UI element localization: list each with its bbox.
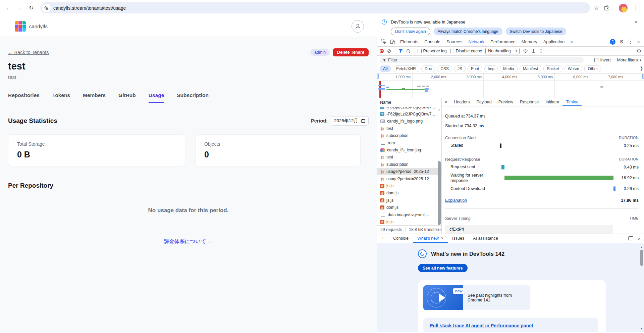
tab-tokens[interactable]: Tokens	[52, 92, 70, 103]
close-tab-icon[interactable]: ×	[441, 236, 443, 241]
chrome-menu-icon[interactable]: ⋮	[632, 4, 638, 11]
filter-input[interactable]: Filter	[380, 57, 584, 63]
brand-name[interactable]: candylfs	[29, 23, 48, 29]
chip-overflow-icon[interactable]: ❭	[640, 66, 643, 71]
request-row[interactable]: candy_lfs_icon.jpg	[377, 146, 441, 153]
request-row[interactable]: data:image/svg+xml;...	[377, 211, 441, 218]
bookmark-star-icon[interactable]: ☆	[594, 4, 599, 11]
device-toolbar-icon[interactable]	[388, 39, 397, 44]
user-menu-button[interactable]	[352, 20, 364, 33]
drawer-tab-aiassistance[interactable]: AI assistance	[469, 234, 502, 243]
type-chip-js[interactable]: JS	[454, 65, 466, 72]
back-icon[interactable]: ←	[3, 3, 13, 13]
clear-icon[interactable]: ⊘	[387, 48, 391, 54]
request-row[interactable]: (:)subscription	[377, 161, 441, 168]
detail-tab-response[interactable]: Response	[517, 98, 542, 106]
request-row[interactable]: ()dom.js	[377, 190, 441, 197]
request-row[interactable]: (:)usage?period=2025-12	[377, 168, 441, 175]
drawer-menu-icon[interactable]: ⋮	[377, 236, 389, 241]
network-overview-timeline[interactable]: 1,000 ms2,000 ms3,000 ms4,000 ms5,000 ms…	[377, 74, 644, 98]
scroll-down-icon[interactable]: ▼	[640, 327, 643, 330]
highlights-video[interactable]: new See past highlights from Chrome 141	[423, 285, 530, 310]
inspect-icon[interactable]	[379, 39, 388, 44]
request-row[interactable]: T-F62fjtqLzl2JPCgQBnw7...	[377, 110, 441, 117]
tab-members[interactable]: Members	[83, 92, 106, 103]
type-chip-other[interactable]: Other	[584, 65, 601, 72]
type-chip-wasm[interactable]: Wasm	[565, 65, 583, 72]
drawer-tab-console[interactable]: Console	[389, 234, 413, 243]
overview-left-handle[interactable]	[377, 74, 379, 79]
devtools-tab-console[interactable]: Console	[421, 37, 443, 46]
type-chip-doc[interactable]: Doc	[421, 65, 435, 72]
devtools-tab-application[interactable]: Application	[540, 37, 568, 46]
request-row[interactable]: ()dom.js	[377, 204, 441, 211]
drawer-scrollbar[interactable]: ▲ ▼	[640, 244, 644, 332]
scrollbar-thumb[interactable]	[640, 250, 643, 266]
explanation-link[interactable]: Explanation	[445, 198, 467, 203]
candylfs-logo-icon[interactable]	[15, 21, 26, 32]
address-bar[interactable]: candylfs.stream/tenants/test/usage	[40, 2, 590, 13]
request-row[interactable]: candy_lfs_logo.png	[377, 118, 441, 125]
drawer-tab-whatsnew[interactable]: What's new×	[413, 234, 448, 243]
type-chip-fetchxhr[interactable]: Fetch/XHR	[393, 65, 419, 72]
feature-link[interactable]: Full stack trace AI agent in Performance…	[430, 323, 533, 328]
detail-tab-timing[interactable]: Timing	[562, 98, 582, 106]
invert-checkbox[interactable]: Invert	[594, 58, 610, 62]
drawer-tab-issues[interactable]: Issues	[448, 234, 469, 243]
notification-button[interactable]: Switch DevTools to Japanese	[506, 28, 567, 35]
type-chip-css[interactable]: CSS	[437, 65, 452, 72]
network-conditions-icon[interactable]	[523, 49, 528, 53]
back-to-tenants-link[interactable]: ← Back to Tenants	[8, 50, 49, 55]
type-chip-all[interactable]: All	[380, 65, 391, 72]
calendar-icon[interactable]	[361, 119, 365, 123]
request-list-scrollbar[interactable]: ▲ ▼	[437, 107, 441, 225]
notification-button[interactable]: Don't show again	[391, 28, 430, 35]
type-chip-img[interactable]: Img	[484, 65, 498, 72]
highlights-text[interactable]: See past highlights from Chrome 141	[463, 285, 530, 310]
type-chip-manifest[interactable]: Manifest	[520, 65, 541, 72]
scroll-up-icon[interactable]: ▲	[640, 246, 643, 249]
throttling-select[interactable]: No throttling ▾	[485, 48, 520, 54]
request-row[interactable]: ()js.js	[377, 218, 441, 225]
devtools-tab-network[interactable]: Network	[466, 37, 488, 46]
profile-avatar[interactable]	[619, 4, 628, 12]
request-row[interactable]: (:)usage?period=2025-12	[377, 175, 441, 182]
play-icon[interactable]	[439, 293, 445, 302]
settings-gear-icon[interactable]: ⚙	[620, 39, 624, 45]
delete-tenant-button[interactable]: Delete Tenant	[333, 48, 369, 56]
more-tabs-icon[interactable]: »	[568, 39, 576, 44]
devtools-tab-sources[interactable]: Sources	[443, 37, 466, 46]
detail-tab-headers[interactable]: Headers	[450, 98, 473, 106]
search-icon[interactable]	[406, 49, 411, 53]
export-har-icon[interactable]: ↧	[539, 48, 543, 54]
request-row[interactable]: ()js.js	[377, 197, 441, 204]
period-date-input[interactable]: 2025年12月	[331, 116, 369, 126]
scroll-up-icon[interactable]: ▲	[438, 108, 440, 111]
request-row[interactable]: ()js.js	[377, 182, 441, 189]
notification-close-icon[interactable]: ×	[632, 19, 639, 25]
see-all-features-button[interactable]: See all new features	[418, 264, 468, 272]
type-chip-socket[interactable]: Socket	[543, 65, 562, 72]
record-icon[interactable]	[380, 49, 384, 53]
tab-subscription[interactable]: Subscription	[177, 92, 209, 103]
overview-right-handle[interactable]	[642, 74, 644, 79]
tab-usage[interactable]: Usage	[149, 92, 164, 103]
drawer-close-icon[interactable]: ×	[638, 236, 641, 241]
request-row[interactable]: rum	[377, 139, 441, 146]
request-row[interactable]: (:)subscription	[377, 132, 441, 139]
notification-button[interactable]: Always match Chrome's language	[434, 28, 502, 35]
network-settings-icon[interactable]: ⚙	[637, 48, 641, 54]
name-column-header[interactable]: Name	[377, 98, 441, 107]
url-text[interactable]: candylfs.stream/tenants/test/usage	[53, 5, 126, 11]
request-row[interactable]: T-F62fjtqLzl2JPCgQBnw7...	[377, 107, 441, 110]
detail-tab-payload[interactable]: Payload	[473, 98, 495, 106]
scrollbar-thumb[interactable]	[438, 161, 441, 225]
request-row[interactable]: (:)test	[377, 125, 441, 132]
forward-icon[interactable]: →	[15, 3, 25, 13]
preserve-log-checkbox[interactable]: Preserve log	[418, 49, 447, 53]
disable-cache-checkbox[interactable]: Disable cache	[450, 49, 482, 53]
devtools-tab-memory[interactable]: Memory	[519, 37, 540, 46]
reload-icon[interactable]: ↻	[26, 3, 36, 13]
type-chip-media[interactable]: Media	[500, 65, 518, 72]
devtools-close-icon[interactable]: ×	[637, 39, 640, 45]
